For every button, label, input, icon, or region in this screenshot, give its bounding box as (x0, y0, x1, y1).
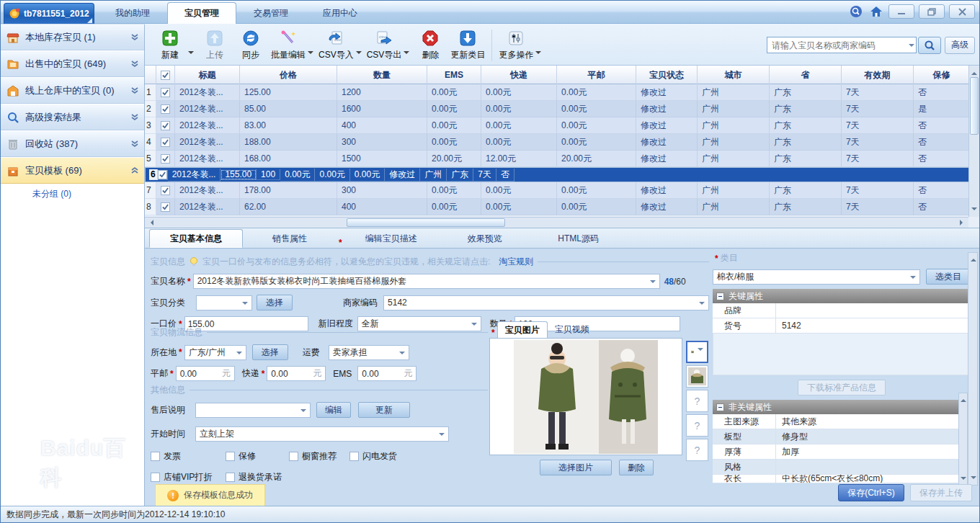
table-row[interactable]: 3 2012冬装... 83.00 400 0.00元 0.00元 0.00元 … (145, 117, 979, 134)
table-horizontal-scrollbar[interactable] (145, 217, 968, 228)
delete-button[interactable]: 删除 (412, 27, 448, 63)
advanced-search-button[interactable]: 高级 (945, 37, 975, 54)
column-header-province[interactable]: 省 (770, 66, 842, 84)
nonkey-attributes-header[interactable]: 非关键属性 (713, 400, 971, 414)
help-icon[interactable] (848, 4, 864, 19)
mail-price-field[interactable] (180, 369, 222, 379)
table-row[interactable]: 1 2012冬装... 125.00 1200 0.00元 0.00元 0.00… (145, 84, 979, 101)
save-button[interactable]: 保存(Ctrl+S) (838, 484, 904, 501)
mail-price-input[interactable]: 元 (176, 366, 235, 381)
sidebar-item-on-sale[interactable]: 出售中的宝贝 (649) (1, 51, 144, 77)
row-checkbox[interactable] (156, 182, 175, 199)
edit-button[interactable]: 编辑 (316, 402, 351, 418)
scroll-right-arrow[interactable] (960, 220, 966, 225)
table-row[interactable]: 5 2012冬装... 168.00 1500 20.00元 12.00元 20… (145, 151, 979, 167)
tab-basic-info[interactable]: 宝贝基本信息 (149, 229, 243, 248)
save-and-upload-button[interactable]: 保存并上传 (910, 484, 972, 501)
attribute-row[interactable]: 货号 5142 (713, 318, 971, 334)
sync-button[interactable]: 同步 (233, 27, 269, 63)
column-header-city[interactable]: 城市 (698, 66, 770, 84)
sidebar-item-online-warehouse[interactable]: 线上仓库中的宝贝 (0) (1, 78, 144, 104)
scroll-down-arrow[interactable] (961, 477, 966, 483)
scroll-up-arrow[interactable] (971, 256, 976, 262)
scroll-down-arrow[interactable] (971, 207, 977, 213)
table-row[interactable]: 2 2012冬装... 85.00 1600 0.00元 0.00元 0.00元… (145, 101, 979, 117)
new-button[interactable]: 新建 (152, 27, 188, 63)
sidebar-item-recycle-bin[interactable]: 回收站 (387) (1, 131, 144, 157)
ems-price-field[interactable] (362, 369, 404, 379)
attribute-row[interactable]: 品牌 (713, 303, 971, 318)
scroll-thumb[interactable] (970, 77, 979, 135)
express-price-field[interactable] (271, 369, 313, 379)
attribute-row[interactable]: 风格 (713, 460, 971, 475)
scroll-up-arrow[interactable] (971, 69, 977, 75)
category-choose-button[interactable]: 选择 (257, 295, 293, 310)
row-checkbox[interactable] (156, 151, 175, 167)
column-header-title[interactable]: 标题 (175, 66, 240, 84)
window-recommend-checkbox[interactable] (289, 452, 298, 461)
scroll-thumb[interactable] (347, 218, 505, 227)
table-row[interactable]: 8 2012冬装... 62.00 400 0.00元 0.00元 0.00元 … (145, 199, 979, 215)
batch-edit-button[interactable]: 批量编辑 (269, 27, 308, 63)
attribute-row[interactable]: 主图来源 其他来源 (713, 414, 971, 429)
select-all-checkbox[interactable] (156, 66, 175, 84)
thumbnail-1[interactable] (686, 341, 708, 363)
merchant-code-select[interactable]: 5142 (383, 295, 709, 310)
sidebar-item-advanced-search[interactable]: 高级搜索结果 (1, 104, 144, 130)
column-header-mail[interactable]: 平邮 (557, 66, 636, 84)
shop-vip-discount-checkbox[interactable] (151, 473, 160, 482)
tab-trade-management[interactable]: 交易管理 (236, 2, 306, 24)
update-button[interactable]: 更新 (358, 402, 410, 418)
freight-select[interactable]: 卖家承担 (329, 345, 409, 360)
close-button[interactable] (949, 4, 975, 19)
row-checkbox[interactable] (156, 84, 175, 101)
sidebar-item-item-templates[interactable]: 宝贝模板 (69) (1, 158, 144, 184)
attributes-scrollbar[interactable] (958, 393, 968, 486)
collapse-icon[interactable] (716, 292, 724, 300)
more-actions-button[interactable]: 更多操作 (496, 27, 535, 63)
new-dropdown-arrow[interactable] (188, 51, 194, 57)
column-header-validity[interactable]: 有效期 (842, 66, 914, 84)
choose-image-button[interactable]: 选择图片 (540, 460, 612, 475)
tab-edit-description[interactable]: 编辑宝贝描述 (344, 229, 438, 248)
tab-app-center[interactable]: 应用中心 (306, 2, 375, 24)
search-button[interactable] (918, 37, 941, 54)
tab-my-assistant[interactable]: 我的助理 (98, 2, 167, 24)
location-choose-button[interactable]: 选择 (252, 344, 288, 360)
row-checkbox[interactable] (156, 101, 175, 117)
column-header-express[interactable]: 快递 (481, 66, 557, 84)
column-header-price[interactable]: 价格 (240, 66, 337, 84)
start-time-select[interactable]: 立刻上架 (195, 426, 449, 442)
more-actions-dropdown-arrow[interactable] (535, 51, 541, 57)
csv-import-dropdown-arrow[interactable] (356, 51, 362, 57)
scroll-up-arrow[interactable] (961, 396, 966, 402)
item-category-select[interactable] (196, 295, 252, 310)
collapse-icon[interactable] (716, 403, 724, 411)
sidebar-item-local-inventory[interactable]: 本地库存宝贝 (1) (1, 24, 144, 50)
tab-item-image[interactable]: 宝贝图片 (497, 321, 548, 338)
tab-item-video[interactable]: 宝贝视频 (548, 321, 597, 338)
table-row[interactable]: 4 2012冬装... 188.00 300 0.00元 0.00元 0.00元… (145, 134, 979, 151)
maximize-button[interactable] (919, 4, 945, 19)
home-icon[interactable] (868, 4, 884, 19)
aftersale-select[interactable] (195, 403, 311, 418)
key-attributes-header[interactable]: 关键属性 (713, 289, 971, 303)
table-vertical-scrollbar[interactable] (968, 66, 979, 217)
csv-export-dropdown-arrow[interactable] (404, 51, 409, 57)
thumbnail-placeholder[interactable]: ? (686, 390, 708, 412)
item-name-input[interactable]: 2012冬装新款韩版女装棉衣时尚工装抽绳百搭棉服外套 (193, 274, 660, 289)
panel-scrollbar[interactable] (968, 252, 978, 486)
location-select[interactable]: 广东/广州 (184, 345, 246, 360)
row-checkbox[interactable] (156, 134, 175, 151)
ems-price-input[interactable]: 元 (357, 366, 416, 381)
table-row[interactable]: 7 2012冬装... 178.00 300 0.00元 0.00元 0.00元… (145, 182, 979, 199)
delete-image-button[interactable]: 删除 (619, 460, 654, 475)
attribute-row[interactable]: 衣长 中长款(65cm<衣长≤80cm) (713, 475, 971, 483)
attribute-row[interactable]: 板型 修身型 (713, 429, 971, 444)
sidebar-subitem-ungrouped[interactable]: 未分组 (0) (1, 184, 144, 203)
batch-edit-dropdown-arrow[interactable] (308, 51, 313, 57)
scroll-down-arrow[interactable] (971, 476, 976, 482)
warranty-checkbox[interactable] (226, 452, 235, 461)
invoice-checkbox[interactable] (151, 452, 160, 461)
thumbnail-2[interactable] (686, 365, 708, 388)
